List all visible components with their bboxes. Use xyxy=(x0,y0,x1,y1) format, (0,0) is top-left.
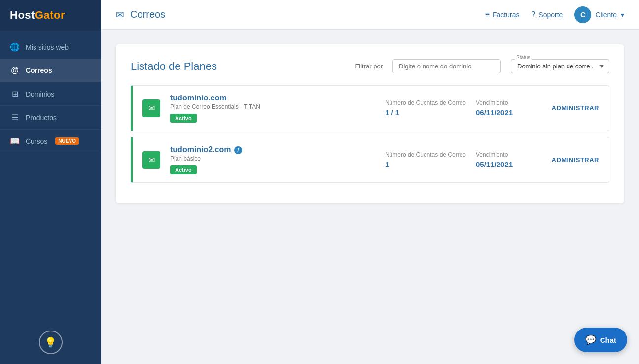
plans-header: Listado de Planes Filtrar por Status Dom… xyxy=(131,59,609,73)
plans-card: Listado de Planes Filtrar por Status Dom… xyxy=(116,44,624,203)
plan-info-1: tudominio2.com i Plan básico Activo xyxy=(170,145,375,174)
sidebar: HostGator 🌐 Mis sitios web @ Correos ⊞ D… xyxy=(0,0,101,364)
plan-stat-0: Número de Cuentas de Correo 1 / 1 xyxy=(385,99,466,117)
plan-stat-label-1: Número de Cuentas de Correo xyxy=(385,151,466,158)
plan-domain-row-1: tudominio2.com i xyxy=(170,145,375,155)
plan-venc-label-1: Vencimiento xyxy=(476,151,535,158)
plan-venc-value-0: 06/11/2021 xyxy=(476,108,535,117)
sidebar-item-correos[interactable]: @ Correos xyxy=(0,59,101,82)
brand-name: HostGator xyxy=(10,9,65,21)
plan-domain-row-0: tudominio.com xyxy=(170,94,375,103)
correos-header-icon: ✉ xyxy=(116,9,124,21)
status-group: Status Dominio sin plan de corre... xyxy=(511,59,609,73)
plan-badge-1: Activo xyxy=(170,165,197,174)
chat-button[interactable]: 💬 Chat xyxy=(574,328,627,352)
user-avatar: C xyxy=(574,6,591,23)
cursos-label: Cursos xyxy=(26,137,47,145)
top-header: ✉ Correos ≡ Facturas ? Soporte C Cliente… xyxy=(101,0,639,30)
correos-label: Correos xyxy=(26,66,52,74)
logo[interactable]: HostGator xyxy=(0,0,101,31)
plan-venc-1: Vencimiento 05/11/2021 xyxy=(476,151,535,168)
chevron-down-icon: ▾ xyxy=(621,11,624,19)
soporte-link[interactable]: ? Soporte xyxy=(531,10,563,19)
chat-label: Chat xyxy=(600,336,616,344)
main-content: Listado de Planes Filtrar por Status Dom… xyxy=(101,30,639,364)
sidebar-item-productos[interactable]: ☰ Productos xyxy=(0,106,101,130)
mis-sitios-web-icon: 🌐 xyxy=(10,42,20,52)
plan-domain-1: tudominio2.com xyxy=(170,145,231,154)
cursos-icon: 📖 xyxy=(10,136,20,146)
plan-stat-1: Número de Cuentas de Correo 1 xyxy=(385,151,466,168)
plan-mail-icon-0: ✉ xyxy=(142,99,160,117)
plan-stat-label-0: Número de Cuentas de Correo xyxy=(385,99,466,106)
chat-icon: 💬 xyxy=(585,334,596,345)
dominios-label: Dominios xyxy=(26,90,54,98)
user-menu[interactable]: C Cliente ▾ xyxy=(574,6,624,23)
info-icon-1[interactable]: i xyxy=(234,146,242,154)
correos-icon: @ xyxy=(10,66,20,75)
sidebar-item-cursos[interactable]: 📖 Cursos NUEVO xyxy=(0,130,101,153)
plan-info-0: tudominio.com Plan de Correo Essentials … xyxy=(170,94,375,123)
cursos-badge: NUEVO xyxy=(55,137,79,145)
facturas-link[interactable]: ≡ Facturas xyxy=(485,10,520,19)
plan-stat-value-0: 1 / 1 xyxy=(385,108,466,117)
productos-icon: ☰ xyxy=(10,113,20,122)
idea-button[interactable]: 💡 xyxy=(39,331,63,354)
dominios-icon: ⊞ xyxy=(10,89,20,99)
sidebar-item-mis-sitios-web[interactable]: 🌐 Mis sitios web xyxy=(0,35,101,59)
plan-venc-label-0: Vencimiento xyxy=(476,99,535,106)
soporte-icon: ? xyxy=(531,10,535,19)
plan-type-0: Plan de Correo Essentials - TITAN xyxy=(170,103,375,110)
plan-domain-0: tudominio.com xyxy=(170,94,227,102)
soporte-label: Soporte xyxy=(538,11,563,19)
user-name: Cliente xyxy=(595,11,617,19)
facturas-label: Facturas xyxy=(493,11,519,19)
filter-label: Filtrar por xyxy=(355,63,383,70)
sidebar-bottom: 💡 xyxy=(0,321,101,364)
status-select[interactable]: Dominio sin plan de corre... xyxy=(511,59,609,73)
productos-label: Productos xyxy=(26,114,57,122)
plan-stat-value-1: 1 xyxy=(385,160,466,168)
plans-title: Listado de Planes xyxy=(131,60,345,73)
facturas-icon: ≡ xyxy=(485,10,490,19)
plan-admin-btn-1[interactable]: ADMINISTRAR xyxy=(545,156,599,164)
header-actions: ≡ Facturas ? Soporte C Cliente ▾ xyxy=(485,6,624,23)
main-area: ✉ Correos ≡ Facturas ? Soporte C Cliente… xyxy=(101,0,639,364)
plan-rows-container: ✉ tudominio.com Plan de Correo Essential… xyxy=(131,85,609,183)
page-title: Correos xyxy=(130,9,479,20)
filter-input[interactable] xyxy=(392,59,501,73)
plan-admin-btn-0[interactable]: ADMINISTRAR xyxy=(545,104,599,112)
sidebar-nav: 🌐 Mis sitios web @ Correos ⊞ Dominios ☰ … xyxy=(0,31,101,321)
plan-type-1: Plan básico xyxy=(170,155,375,162)
status-label: Status xyxy=(515,55,532,60)
plan-badge-0: Activo xyxy=(170,114,197,123)
plan-row-1: ✉ tudominio2.com i Plan básico Activo Nú… xyxy=(131,137,609,183)
mis-sitios-web-label: Mis sitios web xyxy=(26,43,69,51)
sidebar-item-dominios[interactable]: ⊞ Dominios xyxy=(0,82,101,106)
plan-row-0: ✉ tudominio.com Plan de Correo Essential… xyxy=(131,85,609,131)
plan-venc-value-1: 05/11/2021 xyxy=(476,160,535,168)
plan-mail-icon-1: ✉ xyxy=(142,151,160,169)
plan-venc-0: Vencimiento 06/11/2021 xyxy=(476,99,535,117)
